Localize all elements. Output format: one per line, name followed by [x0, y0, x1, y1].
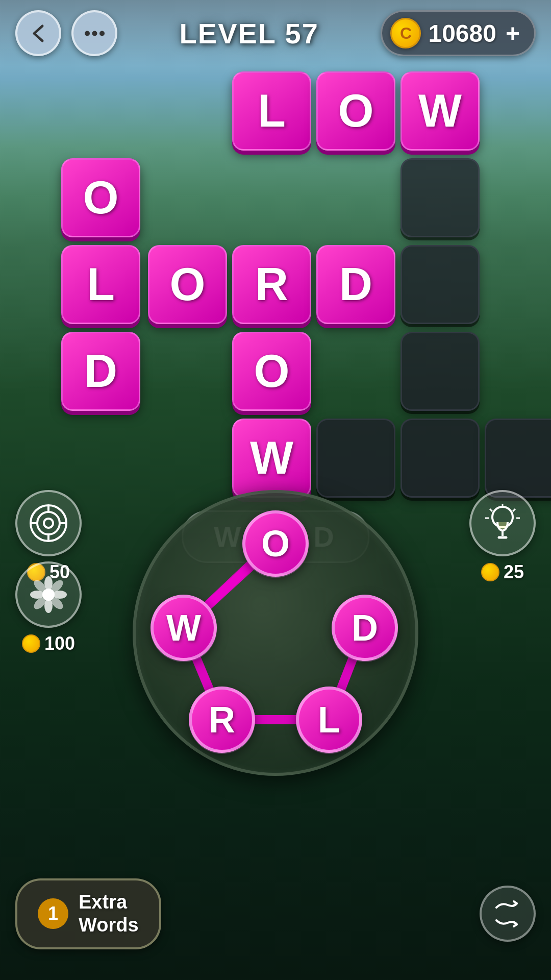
- tile-dark-row5a: [316, 419, 395, 498]
- game-container: LEVEL 57 C 10680 + L O W O L O R D D O W: [0, 0, 551, 980]
- tile-L-row3: L: [61, 245, 140, 324]
- wheel-letter-D[interactable]: D: [332, 595, 398, 661]
- tile-R-row3: R: [232, 245, 311, 324]
- extra-words-count: 1: [38, 898, 68, 929]
- svg-point-1: [92, 31, 97, 36]
- svg-point-22: [53, 591, 67, 599]
- tile-dark-row4: [400, 332, 480, 411]
- wheel-letter-L[interactable]: L: [296, 687, 362, 753]
- wheel-letter-W[interactable]: W: [151, 595, 217, 661]
- level-title: LEVEL 57: [180, 17, 319, 50]
- tile-L-row1: L: [232, 71, 311, 151]
- extra-words-line2: Words: [79, 914, 139, 937]
- bottom-bar: 1 Extra Words: [15, 878, 536, 949]
- tile-W-row1: W: [400, 71, 480, 151]
- svg-line-15: [513, 509, 515, 511]
- back-button[interactable]: [15, 10, 61, 56]
- extra-words-button[interactable]: 1 Extra Words: [15, 878, 161, 949]
- small-coin-bloom-icon: [22, 634, 40, 653]
- coins-display: C 10680 +: [381, 10, 536, 56]
- powerup-target-icon: [15, 490, 82, 556]
- tile-dark-row3: [400, 245, 480, 324]
- tile-O-row3: O: [148, 245, 227, 324]
- svg-point-21: [30, 591, 44, 599]
- extra-words-label: Extra Words: [79, 891, 139, 937]
- svg-point-5: [44, 519, 53, 528]
- add-coins-button[interactable]: +: [506, 19, 520, 47]
- tile-D-row4: D: [61, 332, 140, 411]
- tile-dark-row2: [400, 158, 480, 237]
- menu-button[interactable]: [71, 10, 117, 56]
- header-left: [15, 10, 117, 56]
- tile-O-row2: O: [61, 158, 140, 237]
- powerup-hint-icon: [469, 490, 536, 556]
- coin-count: 10680: [428, 19, 496, 47]
- tile-dark-row5b: [400, 419, 480, 498]
- svg-point-20: [44, 599, 53, 613]
- svg-point-2: [99, 31, 105, 36]
- svg-point-0: [85, 31, 90, 36]
- svg-line-14: [490, 509, 492, 511]
- shuffle-button[interactable]: [480, 886, 536, 942]
- tile-dark-row5c: [485, 419, 551, 498]
- powerup-bloom-button[interactable]: 100: [15, 561, 82, 654]
- wheel-letter-O[interactable]: O: [242, 510, 309, 577]
- header: LEVEL 57 C 10680 +: [0, 0, 551, 66]
- powerup-hint-cost: 25: [481, 561, 524, 583]
- small-coin-hint-icon: [481, 563, 499, 581]
- tile-O-row4: O: [232, 332, 311, 411]
- wheel-letter-R[interactable]: R: [189, 687, 255, 753]
- powerup-bloom-cost: 100: [22, 633, 75, 654]
- tile-O-row1: O: [316, 71, 395, 151]
- coin-icon: C: [390, 18, 421, 48]
- letter-wheel: O D L R W: [133, 490, 418, 776]
- powerup-hint-button[interactable]: 25: [469, 490, 536, 583]
- tile-D-row3: D: [316, 245, 395, 324]
- extra-words-line1: Extra: [79, 891, 139, 914]
- powerup-bloom-icon: [15, 561, 82, 628]
- svg-point-19: [44, 576, 53, 591]
- tile-W-row5: W: [232, 419, 311, 498]
- svg-point-4: [37, 512, 60, 534]
